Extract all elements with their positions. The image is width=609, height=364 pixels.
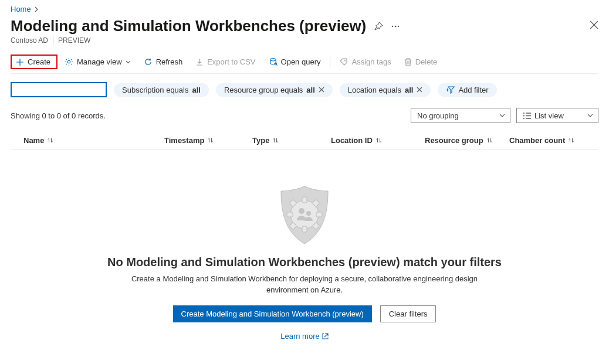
manage-view-button[interactable]: Manage view bbox=[59, 54, 137, 70]
pill-label: Subscription equals bbox=[122, 86, 188, 94]
query-icon bbox=[269, 57, 278, 66]
col-label: Type bbox=[252, 136, 269, 145]
close-icon[interactable] bbox=[319, 87, 324, 93]
external-link-icon bbox=[322, 333, 329, 339]
filter-pill-resource-group[interactable]: Resource group equals all bbox=[216, 83, 333, 97]
refresh-button[interactable]: Refresh bbox=[138, 54, 189, 70]
svg-point-3 bbox=[67, 60, 70, 63]
chevron-right-icon bbox=[35, 6, 39, 12]
view-mode-value: List view bbox=[534, 111, 564, 120]
delete-button: Delete bbox=[398, 54, 444, 70]
svg-point-0 bbox=[392, 25, 394, 27]
gear-icon bbox=[65, 57, 73, 66]
add-filter-label: Add filter bbox=[458, 86, 488, 94]
svg-point-4 bbox=[270, 59, 275, 61]
create-button[interactable]: Create bbox=[11, 55, 57, 69]
svg-point-2 bbox=[398, 25, 400, 27]
svg-point-16 bbox=[299, 208, 304, 214]
export-csv-label: Export to CSV bbox=[207, 57, 255, 66]
open-query-button[interactable]: Open query bbox=[263, 54, 327, 70]
filter-add-icon bbox=[446, 86, 455, 94]
sort-icon bbox=[376, 137, 381, 144]
command-separator bbox=[330, 56, 330, 68]
col-name[interactable]: Name bbox=[23, 136, 164, 145]
filter-row: Subscription equals all Resource group e… bbox=[11, 82, 598, 97]
search-input[interactable] bbox=[11, 82, 107, 97]
delete-label: Delete bbox=[415, 57, 438, 66]
filter-pill-subscription[interactable]: Subscription equals all bbox=[114, 83, 209, 97]
empty-state: No Modeling and Simulation Workbenches (… bbox=[11, 184, 598, 341]
tag-icon bbox=[340, 58, 348, 66]
preview-badge: PREVIEW bbox=[53, 36, 90, 45]
svg-rect-11 bbox=[316, 212, 322, 217]
pill-value: all bbox=[306, 86, 314, 94]
breadcrumb: Home bbox=[11, 5, 598, 13]
pill-value: all bbox=[405, 86, 413, 94]
export-csv-button: Export to CSV bbox=[190, 54, 261, 70]
svg-point-17 bbox=[306, 211, 311, 216]
page-title: Modeling and Simulation Workbenches (pre… bbox=[11, 17, 366, 35]
refresh-icon bbox=[144, 57, 153, 66]
pill-value: all bbox=[192, 86, 200, 94]
svg-point-6 bbox=[344, 60, 346, 61]
manage-view-label: Manage view bbox=[77, 57, 122, 66]
svg-point-1 bbox=[395, 25, 397, 27]
chevron-down-icon bbox=[499, 114, 505, 117]
col-label: Location ID bbox=[331, 136, 373, 145]
chevron-down-icon bbox=[126, 60, 131, 64]
download-icon bbox=[195, 58, 204, 66]
tenant-name: Contoso AD bbox=[11, 36, 48, 45]
shield-gear-icon bbox=[276, 184, 333, 246]
breadcrumb-home-link[interactable]: Home bbox=[11, 5, 31, 13]
pill-label: Resource group equals bbox=[224, 86, 303, 94]
trash-icon bbox=[404, 58, 412, 66]
sort-icon bbox=[273, 137, 278, 144]
col-label: Resource group bbox=[425, 136, 483, 145]
col-chamber-count[interactable]: Chamber count bbox=[509, 136, 598, 145]
more-icon[interactable] bbox=[391, 25, 400, 28]
filter-pill-location[interactable]: Location equals all bbox=[340, 83, 431, 97]
col-label: Timestamp bbox=[164, 136, 204, 145]
pin-icon[interactable] bbox=[374, 22, 383, 30]
sort-icon bbox=[208, 137, 213, 144]
sort-icon bbox=[569, 137, 574, 144]
close-icon[interactable] bbox=[590, 17, 598, 29]
svg-rect-8 bbox=[302, 197, 307, 203]
column-headers: Name Timestamp Type Location ID Resource… bbox=[11, 131, 598, 150]
col-label: Chamber count bbox=[509, 136, 565, 145]
pill-label: Location equals bbox=[348, 86, 401, 94]
sort-icon bbox=[487, 137, 492, 144]
col-timestamp[interactable]: Timestamp bbox=[164, 136, 252, 145]
col-label: Name bbox=[23, 136, 44, 145]
list-icon bbox=[523, 113, 531, 119]
sort-icon bbox=[48, 137, 53, 144]
svg-rect-9 bbox=[302, 226, 307, 232]
command-bar: Create Manage view Refresh Export to CSV bbox=[11, 53, 598, 74]
view-mode-select[interactable]: List view bbox=[516, 108, 598, 123]
col-location-id[interactable]: Location ID bbox=[331, 136, 425, 145]
chevron-down-icon bbox=[587, 114, 593, 117]
clear-filters-button[interactable]: Clear filters bbox=[380, 305, 437, 322]
grouping-value: No grouping bbox=[417, 111, 459, 120]
learn-more-link[interactable]: Learn more bbox=[280, 332, 328, 341]
create-label: Create bbox=[28, 57, 50, 66]
empty-description: Create a Modeling and Simulation Workben… bbox=[111, 274, 498, 296]
svg-rect-10 bbox=[287, 212, 293, 217]
records-summary: Showing 0 to 0 of 0 records. bbox=[11, 111, 405, 120]
grouping-select[interactable]: No grouping bbox=[411, 108, 510, 123]
empty-title: No Modeling and Simulation Workbenches (… bbox=[107, 256, 502, 269]
refresh-label: Refresh bbox=[156, 57, 183, 66]
assign-tags-label: Assign tags bbox=[351, 57, 391, 66]
assign-tags-button: Assign tags bbox=[334, 54, 397, 70]
learn-more-label: Learn more bbox=[280, 332, 319, 341]
add-filter-button[interactable]: Add filter bbox=[438, 83, 496, 97]
close-icon[interactable] bbox=[417, 87, 422, 93]
plus-icon bbox=[16, 58, 24, 66]
create-workbench-button[interactable]: Create Modeling and Simulation Workbench… bbox=[173, 305, 372, 322]
col-type[interactable]: Type bbox=[252, 136, 331, 145]
open-query-label: Open query bbox=[281, 57, 321, 66]
col-resource-group[interactable]: Resource group bbox=[425, 136, 509, 145]
